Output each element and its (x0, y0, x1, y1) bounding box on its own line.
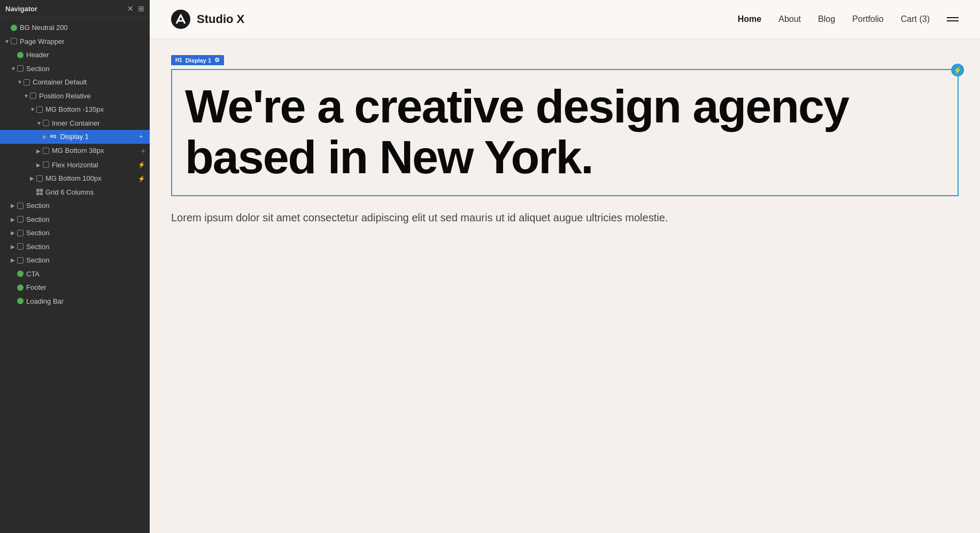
tree-item-mg-bottom-38[interactable]: MG Bottom 38px+ (0, 144, 150, 158)
settings-icon[interactable]: ⚙ (214, 57, 220, 64)
tree-item-section-3[interactable]: Section (0, 213, 150, 227)
website-header: Studio X Home About Blog Portfolio Cart … (150, 0, 980, 39)
tree-item-lightning: ⚡ (138, 174, 145, 183)
logo-container: Studio X (171, 10, 244, 29)
tree-item-flex-horizontal[interactable]: Flex Horizontal⚡ (0, 158, 150, 172)
website-nav: Home About Blog Portfolio Cart (3) (738, 14, 959, 24)
tree-item-grid-6-columns[interactable]: Grid 6 Columns (0, 186, 150, 199)
hero-heading: We're a creative design agency based in … (185, 81, 945, 182)
element-tag-bar: H1 Display 1 ⚙ (171, 55, 224, 65)
hamburger-menu[interactable] (947, 17, 959, 21)
nav-cart[interactable]: Cart (3) (901, 14, 930, 24)
tree-item-inner-container[interactable]: Inner Container (0, 117, 150, 130)
tree-item-plus: + (141, 145, 145, 157)
tree-item-section-2[interactable]: Section (0, 199, 150, 213)
tree-item-container-default[interactable]: Container Default (0, 75, 150, 89)
tree-item-position-relative[interactable]: Position Relative (0, 89, 150, 103)
tree-item-mg-bottom-135[interactable]: MG Bottom -135px (0, 103, 150, 117)
navigator-tree: BG Neutral 200Page WrapperHeaderSectionC… (0, 18, 150, 533)
nav-home[interactable]: Home (738, 14, 761, 24)
navigator-header-actions: ✕ ⊞ (127, 4, 144, 13)
svg-point-0 (171, 10, 190, 29)
tag-element-name: Display 1 (186, 57, 211, 64)
tree-item-page-wrapper[interactable]: Page Wrapper (0, 35, 150, 49)
lightning-badge: ⚡ (951, 64, 964, 76)
layout-icon[interactable]: ⊞ (138, 4, 144, 13)
tree-item-footer[interactable]: Footer (0, 281, 150, 295)
close-icon[interactable]: ✕ (127, 4, 134, 13)
hero-subtext: Lorem ipsum dolor sit amet consectetur a… (150, 196, 980, 226)
nav-blog[interactable]: Blog (818, 14, 835, 24)
nav-portfolio[interactable]: Portfolio (852, 14, 884, 24)
tree-item-section-5[interactable]: Section (0, 240, 150, 254)
tree-item-loading-bar[interactable]: Loading Bar (0, 295, 150, 308)
tag-h1-label: H1 (175, 57, 182, 63)
hero-section: H1 Display 1 ⚙ ⚡ We're a creative design… (150, 39, 980, 196)
navigator-panel: Navigator ✕ ⊞ BG Neutral 200Page Wrapper… (0, 0, 150, 533)
hero-text-box: ⚡ We're a creative design agency based i… (171, 69, 959, 196)
tree-item-section-6[interactable]: Section (0, 253, 150, 267)
tree-item-cta[interactable]: CTA (0, 267, 150, 281)
tree-item-mg-bottom-100[interactable]: MG Bottom 100px⚡ (0, 172, 150, 186)
nav-about[interactable]: About (778, 14, 801, 24)
tree-item-display-1[interactable]: H1Display 1+ (0, 130, 150, 144)
tree-item-lightning: ⚡ (138, 160, 145, 169)
tree-item-badge: + (137, 133, 145, 141)
hero-subtext-content: Lorem ipsum dolor sit amet consectetur a… (171, 212, 668, 223)
logo-icon (171, 10, 190, 29)
navigator-title: Navigator (5, 5, 37, 13)
tree-item-bg-neutral[interactable]: BG Neutral 200 (0, 21, 150, 35)
canvas-area: Studio X Home About Blog Portfolio Cart … (150, 0, 980, 533)
logo-text: Studio X (197, 12, 244, 26)
tree-item-section-1[interactable]: Section (0, 62, 150, 76)
tree-item-header[interactable]: Header (0, 48, 150, 62)
navigator-header: Navigator ✕ ⊞ (0, 0, 150, 18)
tree-item-section-4[interactable]: Section (0, 226, 150, 240)
